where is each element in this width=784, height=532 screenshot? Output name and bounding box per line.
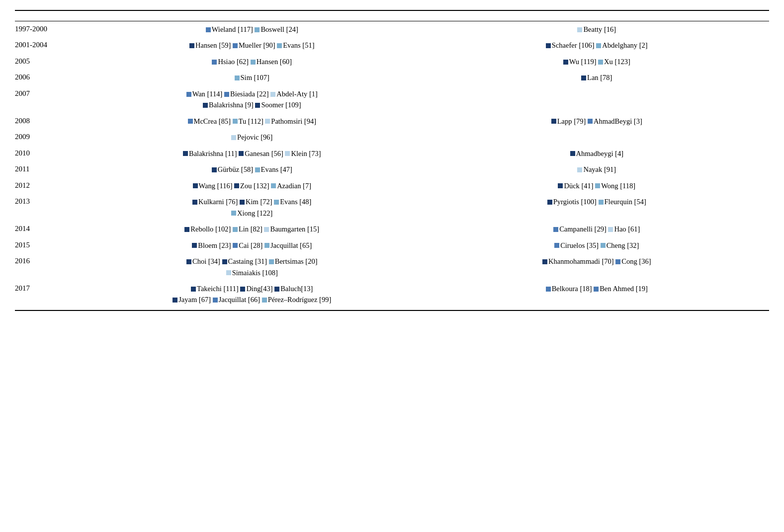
delay-prop-cell: Ciruelos [35] Cheng [32] [425,239,770,252]
list-item: Pérez–Rodríguez [99] [262,296,332,304]
year-cell: 2017 [15,282,80,294]
list-item: Cai [28] [233,241,262,249]
list-item: Fleurquin [54] [599,198,646,206]
color-square [231,211,236,216]
color-square [239,151,244,156]
list-item: Ding[43] [240,285,272,293]
list-item: Simaiakis [108] [226,269,278,277]
root-delay-cell: Hsiao [62] Hansen [60] [80,55,425,68]
header-delay-prop [425,14,770,18]
year-cell: 2009 [15,131,80,142]
color-square [558,183,563,188]
list-item: Lin [82] [233,225,262,233]
list-item: Jayam [67] [173,296,211,304]
year-cell: 1997-2000 [15,23,80,34]
list-item: Wang [116] [193,182,233,190]
table-row: 2007Wan [114] Biesiada [22] Abdel-Aty [1… [15,86,769,113]
list-item: Biesiada [22] [224,90,269,98]
table-row: 2017Takeichi [111] Ding[43] Baluch[13]Ja… [15,281,769,308]
delay-prop-cell [425,131,770,133]
color-square [222,259,227,264]
delay-prop-cell: Dück [41] Wong [118] [425,179,770,192]
root-delay-cell: Wan [114] Biesiada [22] Abdel-Aty [1]Bal… [80,87,425,112]
color-square [240,287,245,292]
color-square [184,227,189,232]
color-square [183,151,188,156]
color-square [599,200,604,205]
color-square [240,200,245,205]
list-item: Hsiao [62] [212,58,249,66]
list-item: Dück [41] [558,182,593,190]
list-item: Wieland [117] [206,25,253,33]
color-square [192,243,197,248]
table-row: 2011Gürbüz [58] Evans [47]Nayak [91] [15,161,769,177]
color-square [235,76,240,80]
list-item: Wan [114] [186,90,223,98]
list-item: Ciruelos [35] [554,241,599,249]
color-square [264,243,269,248]
root-delay-cell: Wieland [117] Boswell [24] [80,23,425,36]
color-square [577,27,582,32]
color-square [173,298,177,303]
root-delay-cell: Kulkarni [76] Kim [72] Evans [48]Xiong [… [80,195,425,220]
year-cell: 2007 [15,87,80,99]
color-square [546,43,551,48]
header-root-delay [80,14,425,18]
list-item: Tu [112] [233,117,263,125]
list-item: Bloem [23] [192,241,231,249]
list-item: Beatty [16] [577,25,616,33]
list-item: Castaing [31] [222,257,267,265]
list-item: AhmadBeygi [3] [588,117,642,125]
root-delay-cell: Bloem [23] Cai [28] Jacquillat [65] [80,239,425,252]
list-item: Evans [51] [277,41,314,49]
list-item: Cheng [32] [601,241,639,249]
delay-prop-cell: Wu [119] Xu [123] [425,55,770,68]
table-row: 2012Wang [116] Zou [132] Azadian [7]Dück… [15,178,769,194]
root-delay-cell: Sim [107] [80,71,425,84]
year-cell: 2001-2004 [15,39,80,50]
year-cell: 2013 [15,195,80,207]
root-delay-cell: Balakrishna [11] Ganesan [56] Klein [73] [80,147,425,160]
list-item: Soomer [109] [255,101,301,109]
color-square [255,103,260,108]
delay-prop-cell: Nayak [91] [425,163,770,176]
list-item: Nayak [91] [577,165,616,173]
list-item: Kulkarni [76] [192,198,238,206]
list-item: Boswell [24] [255,25,298,33]
list-item: Campanelli [29] [553,225,607,233]
color-square [546,287,551,292]
list-item: Pathomsiri [94] [265,117,316,125]
color-square [270,92,275,97]
list-item: Abdelghany [2] [596,41,647,49]
year-cell: 2005 [15,55,80,67]
table-row: 2005Hsiao [62] Hansen [60]Wu [119] Xu [1… [15,54,769,70]
table-row: 2001-2004Hansen [59] Mueller [90] Evans … [15,37,769,53]
list-item: Choi [34] [186,257,220,265]
color-square [596,43,601,48]
color-square [551,119,556,124]
color-square [594,287,599,292]
color-square [581,76,586,80]
list-item: Khanmohammadi [70] [542,257,614,265]
table-bottom-border [15,310,769,311]
table-row: 2016Choi [34] Castaing [31] Bertsimas [2… [15,253,769,281]
color-square [595,183,600,188]
color-square [588,119,593,124]
list-item: Sim [107] [235,74,269,81]
year-cell: 2010 [15,147,80,158]
list-item: Hao [61] [608,225,640,233]
delay-prop-cell: Campanelli [29] Hao [61] [425,223,770,235]
color-square [233,227,238,232]
list-item: Baluch[13] [274,285,313,293]
list-item: Ben Ahmed [19] [594,285,648,293]
color-square [231,135,236,140]
color-square [615,259,620,264]
color-square [188,119,193,124]
color-square [285,151,290,156]
color-square [206,27,211,32]
root-delay-cell: Wang [116] Zou [132] Azadian [7] [80,179,425,192]
list-item: Baumgarten [15] [264,225,319,233]
list-item: Pyrgiotis [100] [547,198,597,206]
color-square [251,60,256,65]
color-square [274,200,279,205]
